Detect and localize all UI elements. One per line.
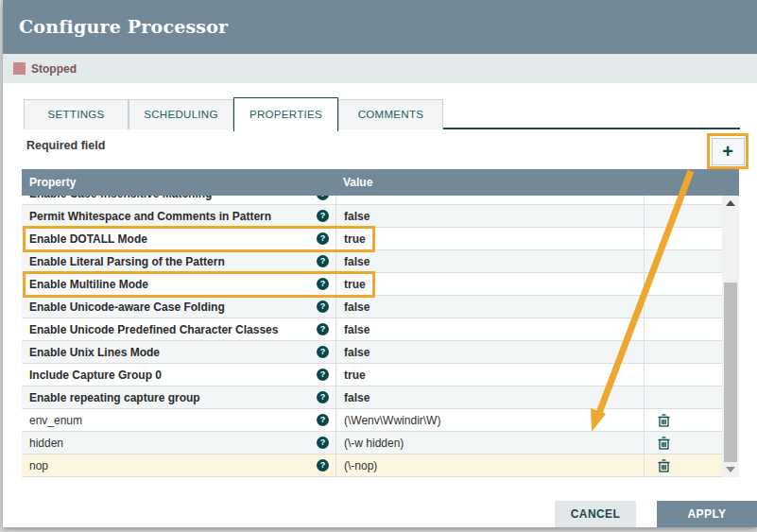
properties-table: Property Value Enable Case-insensitive M… (22, 169, 739, 477)
add-property-button[interactable]: + (712, 138, 745, 165)
delete-cell (644, 409, 722, 431)
help-icon[interactable]: ? (317, 196, 329, 200)
property-cell: Enable Multiline Mode ? (22, 273, 335, 295)
property-cell: nop ? (22, 455, 335, 476)
property-name: Enable Unicode-aware Case Folding (29, 300, 317, 314)
property-cell: env_enum ? (22, 409, 335, 431)
delete-cell (644, 364, 722, 386)
help-icon[interactable]: ? (317, 232, 329, 245)
delete-cell (644, 296, 722, 317)
property-value[interactable]: false (335, 386, 644, 408)
property-value[interactable]: (\Wenv\Wwindir\W) (335, 409, 644, 431)
help-icon[interactable]: ? (317, 300, 329, 313)
property-name: Enable Multiline Mode (29, 278, 317, 291)
table-row: Enable Unicode-aware Case Folding ? fals… (22, 296, 722, 318)
cancel-button[interactable]: CANCEL (555, 501, 636, 527)
status-bar: Stopped (3, 54, 757, 83)
scrollbar-thumb[interactable] (724, 283, 737, 462)
property-value[interactable]: false (335, 205, 644, 227)
property-name: Enable repeating capture group (29, 391, 317, 404)
delete-cell (644, 228, 722, 249)
apply-button[interactable]: APPLY (657, 501, 757, 527)
delete-cell (644, 455, 722, 476)
table-row: Enable Unix Lines Mode ? false (22, 341, 722, 364)
table-row: nop ? (\-nop) (22, 455, 722, 477)
help-icon[interactable]: ? (317, 459, 329, 472)
property-name: env_enum (29, 414, 317, 427)
property-cell: Include Capture Group 0 ? (22, 364, 335, 386)
help-icon[interactable]: ? (317, 323, 329, 335)
help-icon[interactable]: ? (317, 414, 329, 426)
delete-icon[interactable] (658, 459, 670, 472)
delete-icon[interactable] (658, 437, 670, 450)
scrollbar[interactable] (722, 196, 739, 477)
table-row: Enable Multiline Mode ? true (22, 273, 722, 296)
property-cell: Enable Literal Parsing of the Pattern ? (22, 250, 335, 272)
property-name: Include Capture Group 0 (29, 369, 317, 382)
property-name: Enable DOTALL Mode (29, 232, 317, 246)
help-icon[interactable]: ? (317, 278, 329, 290)
scroll-down-button[interactable] (722, 462, 739, 477)
property-cell: Enable Unicode Predefined Character Clas… (22, 318, 335, 340)
table-header: Property Value (22, 169, 739, 196)
tab-scheduling[interactable]: SCHEDULING (129, 99, 233, 129)
partially-scrolled-row: Enable Case-insensitive Matching ? (22, 196, 722, 205)
property-cell: Enable DOTALL Mode ? (22, 228, 335, 249)
status-label: Stopped (31, 62, 77, 76)
delete-cell (644, 318, 722, 340)
triangle-up-icon (726, 200, 735, 206)
property-value[interactable]: false (335, 318, 644, 340)
delete-cell (644, 386, 722, 408)
table-row: Enable repeating capture group ? false (22, 386, 722, 409)
property-name: Permit Whitespace and Comments in Patter… (29, 210, 317, 223)
tab-properties[interactable]: PROPERTIES (233, 97, 338, 131)
property-value[interactable]: true (335, 273, 644, 295)
table-body: Enable Case-insensitive Matching ? Permi… (22, 196, 722, 477)
table-row: Enable Literal Parsing of the Pattern ? … (22, 250, 722, 273)
property-name: Enable Unix Lines Mode (29, 346, 317, 359)
dialog-title: Configure Processor (3, 0, 757, 54)
property-value[interactable] (335, 196, 644, 205)
help-icon[interactable]: ? (317, 369, 329, 381)
property-cell: Permit Whitespace and Comments in Patter… (22, 205, 335, 227)
tab-settings[interactable]: SETTINGS (24, 99, 129, 129)
property-value[interactable]: true (335, 228, 644, 249)
triangle-down-icon (726, 467, 735, 472)
delete-icon[interactable] (658, 414, 670, 427)
help-icon[interactable]: ? (317, 346, 329, 358)
property-value[interactable]: (\-w hidden) (335, 432, 644, 454)
screen: Configure Processor Stopped SETTINGS SCH… (0, 0, 757, 532)
property-name: Enable Unicode Predefined Character Clas… (29, 323, 317, 336)
stopped-status-icon (13, 62, 26, 75)
help-icon[interactable]: ? (317, 210, 329, 222)
delete-cell (644, 205, 722, 227)
help-icon[interactable]: ? (317, 255, 329, 267)
scroll-up-button[interactable] (722, 196, 739, 211)
add-button-highlight-box: + (707, 133, 748, 169)
column-header-value: Value (335, 176, 372, 189)
tab-comments[interactable]: COMMENTS (338, 99, 443, 129)
delete-cell (644, 341, 722, 363)
table-row: Include Capture Group 0 ? true (22, 364, 722, 386)
table-row: hidden ? (\-w hidden) (22, 432, 722, 455)
dialog-header: Configure Processor (3, 0, 757, 54)
property-name: Enable Case-insensitive Matching (29, 196, 317, 200)
property-value[interactable]: false (335, 250, 644, 272)
delete-cell (644, 273, 722, 295)
tab-bar: SETTINGS SCHEDULING PROPERTIES COMMENTS (24, 97, 740, 129)
property-value[interactable]: (\-nop) (335, 455, 644, 476)
property-value[interactable]: false (335, 296, 644, 317)
table-row: Enable Unicode Predefined Character Clas… (22, 318, 722, 341)
table-row: Permit Whitespace and Comments in Patter… (22, 205, 722, 228)
help-icon[interactable]: ? (317, 437, 329, 449)
property-value[interactable]: true (335, 364, 644, 386)
help-icon[interactable]: ? (317, 391, 329, 403)
property-name: hidden (29, 437, 317, 450)
property-name: Enable Literal Parsing of the Pattern (29, 255, 317, 268)
property-value[interactable]: false (335, 341, 644, 363)
delete-cell (644, 250, 722, 272)
delete-cell (644, 432, 722, 454)
property-name: nop (29, 459, 317, 472)
property-cell: Enable Unix Lines Mode ? (22, 341, 335, 363)
table-row: env_enum ? (\Wenv\Wwindir\W) (22, 409, 722, 432)
